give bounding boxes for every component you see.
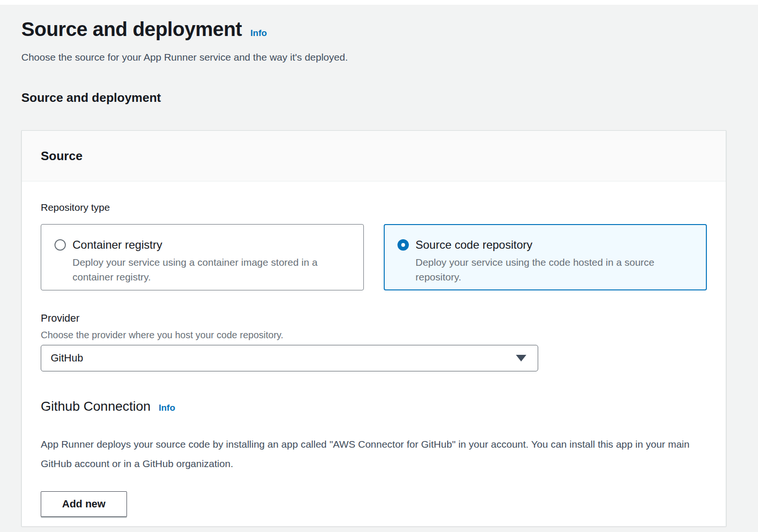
source-card-header: Source bbox=[22, 131, 726, 181]
provider-block: Provider Choose the provider where you h… bbox=[41, 312, 707, 371]
repository-type-tiles: Container registry Deploy your service u… bbox=[41, 224, 707, 290]
github-connection-header: Github Connection Info bbox=[41, 398, 707, 415]
tile-container-registry-description: Deploy your service using a container im… bbox=[72, 255, 350, 284]
chevron-down-icon bbox=[516, 355, 526, 361]
github-connection-info-link[interactable]: Info bbox=[159, 403, 175, 413]
tile-text: Source code repository Deploy your servi… bbox=[415, 236, 693, 284]
tile-text: Container registry Deploy your service u… bbox=[72, 236, 350, 284]
tile-source-code-repository-description: Deploy your service using the code hoste… bbox=[415, 255, 693, 284]
source-card: Source Repository type Container registr… bbox=[21, 130, 726, 526]
radio-unselected-icon[interactable] bbox=[54, 239, 66, 251]
provider-selected-value: GitHub bbox=[51, 352, 83, 364]
tile-source-code-repository-label: Source code repository bbox=[415, 236, 693, 254]
section-heading: Source and deployment bbox=[21, 90, 726, 105]
page-title-info-link[interactable]: Info bbox=[251, 28, 267, 38]
tile-source-code-repository[interactable]: Source code repository Deploy your servi… bbox=[384, 224, 707, 290]
tile-container-registry[interactable]: Container registry Deploy your service u… bbox=[41, 224, 364, 290]
source-card-title: Source bbox=[41, 148, 707, 163]
top-edge-strip bbox=[0, 0, 758, 5]
provider-select[interactable]: GitHub bbox=[41, 345, 538, 371]
add-new-button[interactable]: Add new bbox=[41, 491, 127, 517]
provider-description: Choose the provider where you host your … bbox=[41, 329, 707, 341]
page-subtitle: Choose the source for your App Runner se… bbox=[21, 51, 726, 63]
main-content: Source and deployment Info Choose the so… bbox=[21, 17, 726, 526]
tile-container-registry-label: Container registry bbox=[72, 236, 350, 254]
source-card-body: Repository type Container registry Deplo… bbox=[22, 181, 726, 532]
page-title: Source and deployment bbox=[21, 17, 242, 42]
repository-type-label: Repository type bbox=[41, 201, 707, 213]
github-connection-title: Github Connection bbox=[41, 398, 151, 415]
provider-label: Provider bbox=[41, 312, 707, 325]
github-connection-description: App Runner deploys your source code by i… bbox=[41, 434, 695, 473]
page-header: Source and deployment Info bbox=[21, 17, 726, 42]
radio-selected-icon[interactable] bbox=[397, 239, 409, 251]
